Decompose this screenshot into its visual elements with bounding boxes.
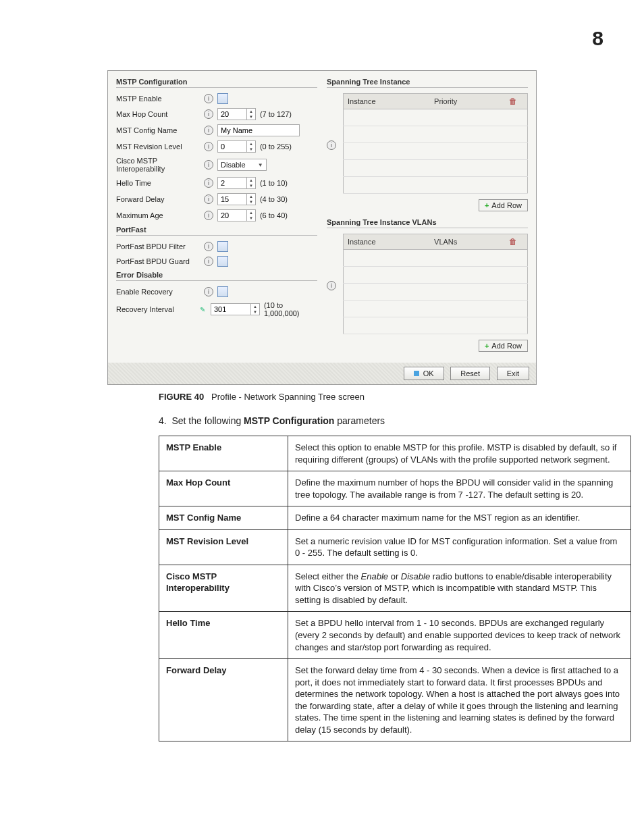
chevron-up-icon[interactable]: ▲ [247, 194, 255, 199]
info-icon[interactable]: i [204, 194, 213, 204]
maxhop-hint: (7 to 127) [260, 110, 292, 118]
plus-icon: + [485, 201, 489, 209]
chevron-down-icon[interactable]: ▼ [251, 309, 259, 315]
chevron-up-icon[interactable]: ▲ [247, 109, 255, 114]
errd-interval-label: Recovery Interval [116, 305, 199, 313]
mstp-title: MSTP Configuration [116, 78, 317, 88]
table-row[interactable] [344, 177, 528, 194]
param-key: Cisco MSTP Interoperability [159, 565, 288, 612]
table-row[interactable] [344, 250, 528, 267]
add-row-label: Add Row [491, 342, 522, 350]
info-icon[interactable]: i [204, 126, 213, 135]
errd-interval-input[interactable] [211, 304, 250, 315]
cfgname-input[interactable] [217, 124, 300, 136]
stiv-group: Spanning Tree Instance VLANs i Instance … [327, 218, 528, 352]
info-icon[interactable]: i [204, 178, 213, 188]
pencil-icon[interactable]: ✎ [199, 305, 207, 313]
info-icon[interactable]: i [204, 257, 213, 266]
maxage-label: Maximum Age [116, 211, 204, 219]
step-num: 4. [159, 415, 167, 426]
rev-input[interactable] [218, 141, 246, 152]
maxhop-input[interactable] [218, 109, 246, 120]
maxage-input[interactable] [218, 210, 246, 221]
hello-input[interactable] [218, 178, 246, 188]
stiv-col-instance[interactable]: Instance [344, 234, 431, 250]
maxage-stepper[interactable]: ▲▼ [217, 209, 256, 221]
reset-button[interactable]: Reset [450, 367, 490, 380]
cfgname-label: MST Config Name [116, 126, 204, 134]
table-row: MSTP EnableSelect this option to enable … [159, 436, 631, 471]
info-icon[interactable]: i [327, 281, 336, 290]
table-row[interactable] [344, 143, 528, 160]
add-row-button[interactable]: +Add Row [479, 340, 528, 352]
table-row[interactable] [344, 317, 528, 334]
ok-button[interactable]: OK [404, 367, 444, 380]
rev-hint: (0 to 255) [260, 142, 292, 151]
table-row: MST Revision LevelSet a numeric revision… [159, 529, 631, 565]
info-icon[interactable]: i [204, 160, 213, 170]
stiv-col-vlans[interactable]: VLANs [430, 234, 504, 250]
pf-filter-checkbox[interactable] [217, 241, 228, 252]
mstp-enable-label: MSTP Enable [116, 95, 204, 103]
chevron-up-icon[interactable]: ▲ [247, 141, 255, 147]
table-row: Hello TimeSet a BPDU hello interval from… [159, 612, 631, 659]
info-icon[interactable]: i [204, 94, 213, 103]
chevron-down-icon[interactable]: ▼ [247, 114, 255, 120]
sti-title: Spanning Tree Instance [327, 78, 528, 88]
table-row: Cisco MSTP InteroperabilitySelect either… [159, 565, 631, 612]
table-row[interactable] [344, 284, 528, 301]
errd-enable-checkbox[interactable] [217, 286, 228, 297]
step-pre: Set the following [171, 415, 244, 426]
chevron-up-icon[interactable]: ▲ [247, 210, 255, 215]
errd-title: Error Disable [116, 271, 317, 281]
chevron-down-icon[interactable]: ▼ [247, 199, 255, 205]
step-post: parameters [334, 415, 385, 426]
fwd-input[interactable] [218, 194, 246, 205]
pf-guard-checkbox[interactable] [217, 256, 228, 267]
table-row[interactable] [344, 109, 528, 126]
chevron-down-icon[interactable]: ▼ [247, 215, 255, 221]
rev-stepper[interactable]: ▲▼ [217, 140, 256, 153]
param-key: MST Revision Level [159, 529, 288, 565]
pf-guard-label: PortFast BPDU Guard [116, 257, 204, 265]
info-icon[interactable]: i [204, 211, 213, 220]
footer-bar: OK Reset Exit [108, 363, 536, 384]
add-row-button[interactable]: +Add Row [479, 199, 528, 211]
exit-button[interactable]: Exit [497, 367, 529, 380]
trash-icon[interactable]: 🗑 [508, 237, 518, 246]
chevron-up-icon[interactable]: ▲ [247, 178, 255, 183]
mstp-enable-checkbox[interactable] [217, 93, 228, 104]
rev-label: MST Revision Level [116, 142, 204, 151]
hello-hint: (1 to 10) [260, 179, 288, 187]
cisco-label: Cisco MSTP Interoperability [116, 157, 204, 173]
chevron-down-icon[interactable]: ▼ [247, 183, 255, 188]
fwd-stepper[interactable]: ▲▼ [217, 193, 256, 205]
info-icon[interactable]: i [204, 142, 213, 151]
table-row[interactable] [344, 301, 528, 317]
hello-label: Hello Time [116, 179, 204, 187]
param-value: Define a 64 character maximum name for t… [288, 506, 631, 530]
sti-col-instance[interactable]: Instance [344, 94, 431, 109]
info-icon[interactable]: i [204, 287, 213, 296]
errdisable-group: Error Disable Enable Recovery i Recovery… [116, 271, 317, 317]
info-icon[interactable]: i [327, 140, 336, 150]
chevron-down-icon[interactable]: ▼ [247, 147, 255, 152]
table-row[interactable] [344, 160, 528, 177]
sti-col-priority[interactable]: Priority [430, 94, 504, 109]
maxhop-stepper[interactable]: ▲▼ [217, 108, 256, 120]
cisco-select[interactable]: Disable ▼ [217, 159, 267, 171]
fwd-label: Forward Delay [116, 195, 204, 203]
info-icon[interactable]: i [204, 242, 213, 251]
hello-stepper[interactable]: ▲▼ [217, 177, 256, 189]
info-icon[interactable]: i [204, 109, 213, 119]
table-row[interactable] [344, 126, 528, 143]
errd-interval-hint: (10 to 1,000,000) [264, 301, 317, 317]
errd-interval-stepper[interactable]: ▲▼ [211, 303, 260, 315]
trash-icon[interactable]: 🗑 [508, 97, 518, 106]
ok-label: OK [423, 369, 434, 377]
chevron-up-icon[interactable]: ▲ [251, 304, 259, 309]
param-value: Set the forward delay time from 4 - 30 s… [288, 659, 631, 741]
table-row[interactable] [344, 267, 528, 284]
param-table: MSTP EnableSelect this option to enable … [159, 436, 631, 741]
step-text: 4. Set the following MSTP Configuration … [159, 415, 603, 426]
